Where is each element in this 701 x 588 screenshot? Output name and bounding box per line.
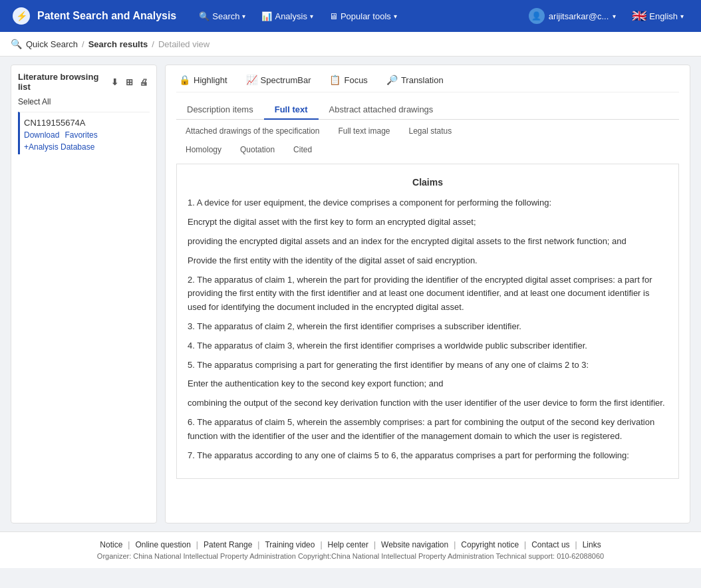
patent-links: Download Favorites: [24, 130, 150, 140]
print-icon[interactable]: 🖨: [138, 76, 150, 88]
app-logo[interactable]: ⚡ Patent Search and Analysis: [11, 5, 176, 27]
footer-training-video[interactable]: Training video: [259, 540, 320, 549]
footer-notice[interactable]: Notice: [94, 540, 128, 549]
subtab-full-text-image[interactable]: Full text image: [329, 124, 399, 138]
grid-icon[interactable]: ⊞: [123, 76, 135, 88]
subtab-cited[interactable]: Cited: [284, 142, 321, 157]
search-icon: 🔍: [11, 39, 22, 49]
sub-tabs: Attached drawings of the specification F…: [176, 124, 679, 138]
translation-tool[interactable]: 🔎 Translation: [384, 73, 446, 86]
footer-contact-us[interactable]: Contact us: [526, 540, 575, 549]
translation-label: Translation: [401, 75, 444, 85]
tab-description-items[interactable]: Description items: [176, 100, 264, 120]
sidebar-patent-item: CN119155674A Download Favorites +Analysi…: [18, 112, 150, 154]
spectrum-bar-label: SpectrumBar: [261, 75, 311, 85]
select-all-row: Select All: [18, 97, 150, 106]
analysis-database-link[interactable]: +Analysis Database: [24, 142, 150, 152]
sidebar-header: Literature browsing list ⬇ ⊞ 🖨: [18, 72, 150, 92]
para-2: Encrypt the digital asset with the first…: [188, 216, 668, 229]
avatar: 👤: [529, 8, 545, 24]
download-link[interactable]: Download: [24, 130, 59, 140]
svg-text:⚡: ⚡: [16, 11, 28, 22]
sidebar: Literature browsing list ⬇ ⊞ 🖨 Select Al…: [11, 65, 157, 523]
search-icon: 🔍: [199, 11, 210, 21]
nav-analysis[interactable]: 📊 Analysis ▾: [255, 7, 319, 25]
para-11: 6. The apparatus of claim 5, wherein the…: [188, 416, 668, 444]
para-6: 3. The apparatus of claim 2, wherein the…: [188, 320, 668, 334]
footer-patent-range[interactable]: Patent Range: [198, 540, 257, 549]
para-7: 4. The apparatus of claim 3, wherein the…: [188, 339, 668, 353]
footer-website-navigation[interactable]: Website navigation: [376, 540, 454, 549]
patent-id: CN119155674A: [24, 118, 150, 128]
main-tabs: Description items Full text Abstract att…: [176, 100, 679, 120]
user-menu[interactable]: 👤 arijitsarkar@c... ▾: [522, 4, 623, 28]
select-all-label[interactable]: Select All: [18, 97, 51, 106]
flag-icon: 🇬🇧: [632, 9, 646, 23]
language-menu[interactable]: 🇬🇧 English ▾: [625, 5, 690, 27]
analysis-icon: 📊: [261, 11, 272, 21]
breadcrumb-quick-search[interactable]: Quick Search: [26, 39, 78, 49]
nav-popular-tools[interactable]: 🖥 Popular tools ▾: [323, 7, 404, 25]
para-5: 2. The apparatus of claim 1, wherein the…: [188, 273, 668, 315]
main-nav: 🔍 Search ▾ 📊 Analysis ▾ 🖥 Popular tools …: [192, 7, 517, 25]
header-right: 👤 arijitsarkar@c... ▾ 🇬🇧 English ▾: [522, 4, 690, 28]
footer-help-center[interactable]: Help center: [323, 540, 374, 549]
language-label: English: [649, 11, 678, 21]
logo-icon: ⚡: [11, 5, 32, 27]
content-area[interactable]: Claims 1. A device for user equipment, t…: [176, 164, 679, 479]
app-title: Patent Search and Analysis: [37, 10, 176, 22]
footer-org-text: Organizer: China National Intellectual P…: [11, 552, 690, 560]
subtab-attached-drawings[interactable]: Attached drawings of the specification: [176, 124, 329, 138]
para-4: Provide the first entity with the identi…: [188, 254, 668, 268]
tab-abstract-drawings[interactable]: Abstract attached drawings: [319, 100, 444, 120]
para-12: 7. The apparatus according to any one of…: [188, 449, 668, 463]
focus-icon: 📋: [329, 74, 341, 85]
favorites-link[interactable]: Favorites: [65, 130, 97, 140]
chevron-down-icon: ▾: [310, 13, 313, 20]
breadcrumb-detailed-view: Detailed view: [158, 39, 210, 49]
content-panel: 🔒 Highlight 📈 SpectrumBar 📋 Focus 🔎 Tran…: [165, 65, 690, 523]
footer-copyright-notice[interactable]: Copyright notice: [456, 540, 524, 549]
breadcrumb: 🔍 Quick Search / Search results / Detail…: [0, 32, 701, 57]
spectrum-bar-tool[interactable]: 📈 SpectrumBar: [243, 73, 314, 86]
footer: Notice | Online question | Patent Range …: [0, 531, 701, 568]
highlight-label: Highlight: [194, 75, 227, 85]
main-content: Literature browsing list ⬇ ⊞ 🖨 Select Al…: [0, 57, 701, 531]
header: ⚡ Patent Search and Analysis 🔍 Search ▾ …: [0, 0, 701, 32]
tab-full-text[interactable]: Full text: [264, 100, 319, 120]
para-9: Enter the authentication key to the seco…: [188, 377, 668, 391]
nav-search[interactable]: 🔍 Search ▾: [192, 7, 252, 25]
footer-links: Notice | Online question | Patent Range …: [11, 540, 690, 549]
chevron-down-icon: ▾: [613, 13, 616, 20]
chevron-down-icon: ▾: [394, 13, 397, 20]
footer-online-question[interactable]: Online question: [130, 540, 196, 549]
chevron-down-icon: ▾: [242, 13, 245, 20]
sub3-tabs: Homology Quotation Cited: [176, 142, 679, 157]
spectrum-icon: 📈: [246, 74, 257, 85]
focus-tool[interactable]: 📋 Focus: [327, 73, 370, 86]
subtab-legal-status[interactable]: Legal status: [399, 124, 461, 138]
breadcrumb-separator: /: [82, 39, 84, 49]
toolbar: 🔒 Highlight 📈 SpectrumBar 📋 Focus 🔎 Tran…: [176, 73, 679, 92]
para-10: combining the output of the second key d…: [188, 396, 668, 410]
sidebar-title: Literature browsing list: [18, 72, 108, 92]
para-8: 5. The apparatus comprising a part for g…: [188, 359, 668, 372]
footer-links[interactable]: Links: [577, 540, 607, 549]
subtab-quotation[interactable]: Quotation: [231, 142, 284, 157]
lock-icon: 🔒: [179, 74, 190, 85]
para-1: 1. A device for user equipment, the devi…: [188, 196, 668, 210]
subtab-homology[interactable]: Homology: [176, 142, 231, 157]
sidebar-icons: ⬇ ⊞ 🖨: [108, 76, 150, 88]
para-3: providing the encrypted digital assets a…: [188, 235, 668, 249]
translate-icon: 🔎: [386, 74, 398, 85]
focus-label: Focus: [344, 75, 367, 85]
monitor-icon: 🖥: [329, 11, 338, 21]
highlight-tool[interactable]: 🔒 Highlight: [176, 73, 230, 86]
username: arijitsarkar@c...: [549, 11, 609, 21]
content-title: Claims: [188, 175, 668, 190]
chevron-down-icon: ▾: [680, 13, 684, 20]
download-icon[interactable]: ⬇: [108, 76, 120, 88]
breadcrumb-separator: /: [152, 39, 154, 49]
breadcrumb-search-results[interactable]: Search results: [88, 39, 148, 49]
